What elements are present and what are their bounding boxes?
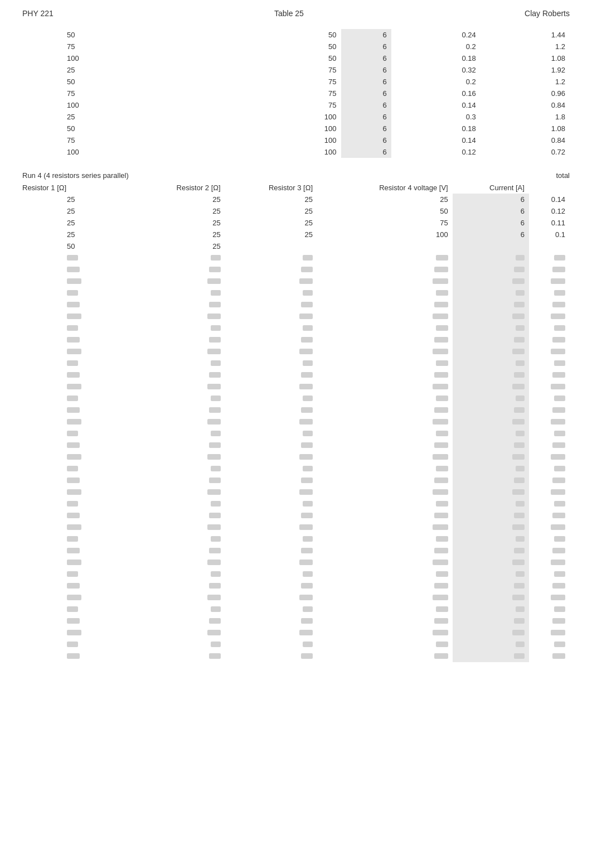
run4-blur-cell-6-5 xyxy=(529,322,570,334)
run3-row: 2510060.31.8 xyxy=(22,111,570,123)
run4-blur-cell-1-5 xyxy=(529,264,570,276)
run4-blur-cell-7-5 xyxy=(529,334,570,346)
page-title: Table 25 xyxy=(274,9,304,18)
run3-cell-9-2: 6 xyxy=(341,134,391,146)
run4-cell-2-1: 25 xyxy=(133,217,225,229)
run4-cell-3-0: 25 xyxy=(22,229,133,240)
run4-blur-cell-23-0 xyxy=(22,522,133,533)
run4-blur-cell-24-0 xyxy=(22,533,133,545)
run4-blur-cell-7-3 xyxy=(317,334,453,346)
run4-blurred-row xyxy=(22,592,570,604)
run4-blur-cell-20-0 xyxy=(22,486,133,498)
run4-blur-cell-20-2 xyxy=(225,486,317,498)
run4-blur-cell-3-3 xyxy=(317,287,453,299)
run4-blur-cell-0-4 xyxy=(453,252,529,264)
run3-cell-2-2: 6 xyxy=(341,52,391,64)
run4-blurred-row xyxy=(22,311,570,322)
run4-title: Run 4 (4 resistors series parallel) xyxy=(22,171,129,180)
run4-cell-2-5: 0.11 xyxy=(529,217,570,229)
run3-row: 5010060.181.08 xyxy=(22,123,570,134)
page-course: PHY 221 xyxy=(22,9,54,18)
run3-cell-7-3: 0.3 xyxy=(391,111,481,123)
run4-blur-cell-16-2 xyxy=(225,440,317,451)
run4-blurred-row xyxy=(22,276,570,287)
run4-blur-cell-12-4 xyxy=(453,393,529,404)
run4-blur-cell-5-3 xyxy=(317,311,453,322)
run4-blurred-row xyxy=(22,486,570,498)
run4-blur-cell-8-2 xyxy=(225,346,317,358)
run4-cell-4-3 xyxy=(317,240,453,252)
run4-blur-cell-22-5 xyxy=(529,510,570,522)
run4-blur-cell-3-1 xyxy=(133,287,225,299)
run4-blur-cell-6-4 xyxy=(453,322,529,334)
run4-blur-cell-22-1 xyxy=(133,510,225,522)
run3-row: 1007560.140.84 xyxy=(22,99,570,111)
run4-blur-cell-24-5 xyxy=(529,533,570,545)
run4-blur-cell-2-0 xyxy=(22,276,133,287)
run4-blur-cell-17-1 xyxy=(133,451,225,463)
run4-blurred-row xyxy=(22,381,570,393)
run4-blur-cell-34-2 xyxy=(225,650,317,662)
run4-blur-cell-8-0 xyxy=(22,346,133,358)
page-author: Clay Roberts xyxy=(525,9,570,18)
run4-title-row: Run 4 (4 resistors series parallel) tota… xyxy=(22,171,570,180)
run4-blur-cell-33-2 xyxy=(225,639,317,650)
run3-cell-7-1: 100 xyxy=(259,111,341,123)
run4-blur-cell-13-0 xyxy=(22,404,133,416)
run4-blur-cell-18-2 xyxy=(225,463,317,475)
run4-blur-cell-28-5 xyxy=(529,580,570,592)
run4-blur-cell-13-3 xyxy=(317,404,453,416)
run4-blur-cell-20-4 xyxy=(453,486,529,498)
run4-blur-cell-28-3 xyxy=(317,580,453,592)
run4-blur-cell-26-1 xyxy=(133,557,225,568)
run3-cell-1-1: 50 xyxy=(259,41,341,52)
run4-blur-cell-22-2 xyxy=(225,510,317,522)
run4-blur-cell-11-3 xyxy=(317,381,453,393)
run4-blur-cell-22-4 xyxy=(453,510,529,522)
run3-cell-3-4: 1.92 xyxy=(481,64,570,76)
run4-blur-cell-34-5 xyxy=(529,650,570,662)
run4-blurred-row xyxy=(22,287,570,299)
run4-blur-cell-26-2 xyxy=(225,557,317,568)
run3-cell-6-0: 100 xyxy=(22,99,259,111)
run4-blur-cell-1-4 xyxy=(453,264,529,276)
run3-cell-9-1: 100 xyxy=(259,134,341,146)
run4-blur-cell-10-3 xyxy=(317,369,453,381)
run4-blur-cell-13-5 xyxy=(529,404,570,416)
run3-cell-9-3: 0.14 xyxy=(391,134,481,146)
run3-cell-4-3: 0.2 xyxy=(391,76,481,88)
run3-cell-1-2: 6 xyxy=(341,41,391,52)
run4-table: Resistor 1 [Ω] Resistor 2 [Ω] Resistor 3… xyxy=(22,182,570,662)
run4-blur-cell-25-1 xyxy=(133,545,225,557)
run4-blur-cell-25-2 xyxy=(225,545,317,557)
run4-blurred-row xyxy=(22,580,570,592)
run4-blurred-row xyxy=(22,639,570,650)
run4-blur-cell-4-1 xyxy=(133,299,225,311)
run3-cell-7-2: 6 xyxy=(341,111,391,123)
run4-cell-4-0: 50 xyxy=(22,240,133,252)
run3-cell-0-4: 1.44 xyxy=(481,29,570,41)
run3-cell-10-0: 100 xyxy=(22,146,259,158)
run3-cell-0-2: 6 xyxy=(341,29,391,41)
run4-blur-cell-27-3 xyxy=(317,568,453,580)
run4-blur-cell-13-1 xyxy=(133,404,225,416)
run4-col-r4: Resistor 4 voltage [V] xyxy=(317,182,453,194)
run4-blur-cell-0-2 xyxy=(225,252,317,264)
run3-cell-7-0: 25 xyxy=(22,111,259,123)
run4-blur-cell-15-1 xyxy=(133,428,225,440)
run4-blur-cell-23-5 xyxy=(529,522,570,533)
run4-blur-cell-25-0 xyxy=(22,545,133,557)
run4-blur-cell-34-4 xyxy=(453,650,529,662)
run4-blur-cell-1-3 xyxy=(317,264,453,276)
run3-cell-3-0: 25 xyxy=(22,64,259,76)
run4-blur-cell-21-0 xyxy=(22,498,133,510)
run4-blurred-row xyxy=(22,545,570,557)
run4-blur-cell-2-2 xyxy=(225,276,317,287)
run4-blur-cell-16-0 xyxy=(22,440,133,451)
run4-blur-cell-0-1 xyxy=(133,252,225,264)
run4-blur-cell-31-2 xyxy=(225,615,317,627)
run3-row: 7510060.140.84 xyxy=(22,134,570,146)
run4-cell-3-3: 100 xyxy=(317,229,453,240)
run4-blur-cell-19-4 xyxy=(453,475,529,486)
run4-blur-cell-31-1 xyxy=(133,615,225,627)
